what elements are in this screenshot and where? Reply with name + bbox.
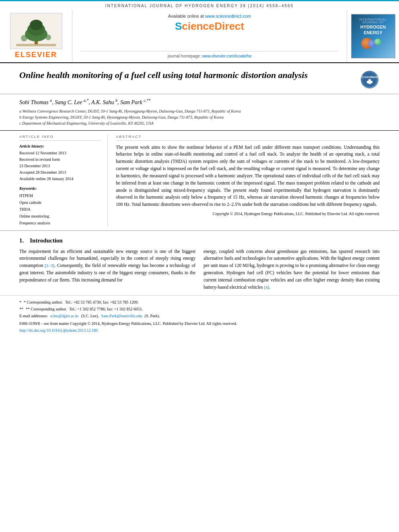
article-title-section: Online health monitoring of a fuel cell … bbox=[0, 63, 399, 94]
svg-rect-11 bbox=[367, 81, 372, 83]
corresponding-2-contact: Tel.: +1 502 852 7786; fax: +1 502 852 6… bbox=[69, 306, 143, 312]
crossmark-badge[interactable]: CrossMark bbox=[360, 70, 380, 90]
intro-right-text: energy, coupled with concerns about gree… bbox=[204, 248, 380, 291]
footer-corresponding-2: ** ** Corresponding author. Tel.: +1 502… bbox=[19, 306, 380, 312]
author-3: A.K. Sahu b bbox=[91, 99, 117, 105]
abstract-header: ABSTRACT bbox=[116, 135, 380, 141]
article-info-abstract-section: ARTICLE INFO Article history: Received 1… bbox=[0, 130, 399, 230]
journal-cover-subtitle: International Journal of bbox=[352, 18, 395, 24]
article-info-header: ARTICLE INFO bbox=[19, 135, 101, 141]
affiliation-a: a Wellness Convergence Research Center, … bbox=[19, 108, 380, 114]
crossmark-icon: CrossMark bbox=[361, 71, 378, 88]
journal-cover-area: International Journal of HYDROGEN ENERGY bbox=[347, 10, 399, 62]
elsevier-tree-image bbox=[10, 13, 62, 49]
asterisk-1: * bbox=[19, 299, 21, 306]
article-title: Online health monitoring of a fuel cell … bbox=[19, 70, 352, 81]
journal-homepage: journal homepage: www.elsevier.com/locat… bbox=[80, 51, 339, 58]
intro-left-col: The requirement for an efficient and sus… bbox=[19, 248, 195, 291]
history-label: Article history: bbox=[19, 144, 101, 148]
received-date: Received 12 November 2013 bbox=[19, 150, 101, 156]
affiliation-b: b Energy Systems Engineering, DGIST, 50-… bbox=[19, 114, 380, 120]
doi-link[interactable]: http://dx.doi.org/10.1016/j.ijhydene.201… bbox=[19, 328, 98, 333]
author-2: Sang C. Lee a,* bbox=[55, 99, 88, 105]
intro-right-col: energy, coupled with concerns about gree… bbox=[204, 248, 380, 291]
svg-text:CrossMark: CrossMark bbox=[362, 75, 378, 79]
email-1-name: (S.C. Lee), bbox=[81, 312, 99, 319]
svg-rect-7 bbox=[16, 44, 56, 46]
keyword-frequency-analysis: Frequency analysis bbox=[19, 220, 101, 226]
accepted-date: Accepted 28 December 2013 bbox=[19, 169, 101, 176]
author-1: Sobi Thomas a bbox=[19, 99, 52, 105]
journal-cover-image: International Journal of HYDROGEN ENERGY bbox=[351, 14, 395, 58]
footer-section: * * Corresponding author. Tel.: +82 53 7… bbox=[0, 295, 399, 337]
authors-section: Sobi Thomas a, Sang C. Lee a,*, A.K. Sah… bbox=[0, 94, 399, 130]
ref-link-1-3[interactable]: [1–3] bbox=[45, 263, 54, 268]
email-1-link[interactable]: sclee@dgist.ac.kr bbox=[50, 312, 79, 319]
abstract-col: ABSTRACT The present work aims to show t… bbox=[116, 135, 380, 226]
author-4: Sam Park c,** bbox=[120, 99, 150, 105]
asterisk-2: ** bbox=[19, 306, 23, 312]
corresponding-2-label: ** Corresponding author. bbox=[26, 306, 67, 312]
intro-two-col: The requirement for an efficient and sus… bbox=[19, 248, 380, 291]
footer-corresponding-1: * * Corresponding author. Tel.: +82 53 7… bbox=[19, 299, 380, 306]
footer-emails: E-mail addresses: sclee@dgist.ac.kr (S.C… bbox=[19, 312, 380, 319]
email-2-name: (S. Park). bbox=[145, 312, 160, 319]
journal-bar-text: INTERNATIONAL JOURNAL OF HYDROGEN ENERGY… bbox=[105, 4, 294, 8]
intro-left-text: The requirement for an efficient and sus… bbox=[19, 248, 195, 284]
sciencedirect-logo: ScienceDirect bbox=[80, 20, 339, 33]
journal-cover-title: HYDROGEN ENERGY bbox=[352, 25, 395, 35]
doi-line: http://dx.doi.org/10.1016/j.ijhydene.201… bbox=[19, 327, 380, 334]
available-online-text: Available online at www.sciencedirect.co… bbox=[80, 14, 339, 18]
keyword-thda: THDA bbox=[19, 206, 101, 213]
affiliation-c: c Department of Mechanical Engineering, … bbox=[19, 120, 380, 126]
svg-point-5 bbox=[21, 35, 27, 41]
svg-point-6 bbox=[45, 35, 51, 40]
copyright-line: Copyright © 2014, Hydrogen Energy Public… bbox=[116, 212, 380, 216]
keyword-open-cathode: Open cathode bbox=[19, 199, 101, 206]
elsevier-logo-area: ELSEVIER bbox=[0, 10, 72, 62]
keywords-label: Keywords: bbox=[19, 186, 101, 191]
received-revised-label: Received in revised form bbox=[19, 156, 101, 163]
affiliations: a Wellness Convergence Research Center, … bbox=[19, 108, 380, 126]
introduction-section: 1. Introduction The requirement for an e… bbox=[0, 230, 399, 295]
email-2-link[interactable]: Sam.Park@louisville.edu bbox=[101, 312, 142, 319]
license-line: 0360-3199/$ – see front matter Copyright… bbox=[19, 320, 380, 327]
ref-link-4[interactable]: [4] bbox=[264, 285, 269, 290]
svg-point-4 bbox=[30, 20, 43, 30]
keyword-htpem: HTPEM bbox=[19, 192, 101, 199]
elsevier-wordmark: ELSEVIER bbox=[15, 51, 57, 59]
corresponding-1-contact: Tel.: +82 53 785 4730; fax: +82 53 785 1… bbox=[65, 299, 139, 306]
article-info-col: ARTICLE INFO Article history: Received 1… bbox=[19, 135, 108, 226]
corresponding-1-label: * Corresponding author. bbox=[24, 299, 63, 306]
available-online-date: Available online 28 January 2014 bbox=[19, 176, 101, 182]
sciencedirect-url-link[interactable]: www.sciencedirect.com bbox=[205, 14, 251, 18]
intro-title: 1. Introduction bbox=[19, 237, 380, 244]
keyword-online-monitoring: Online monitoring bbox=[19, 213, 101, 220]
header-area: ELSEVIER Available online at www.science… bbox=[0, 10, 399, 63]
header-center: Available online at www.sciencedirect.co… bbox=[72, 10, 347, 62]
received-revised-date: 23 December 2013 bbox=[19, 163, 101, 169]
authors-line: Sobi Thomas a, Sang C. Lee a,*, A.K. Sah… bbox=[19, 98, 380, 106]
journal-bar: INTERNATIONAL JOURNAL OF HYDROGEN ENERGY… bbox=[0, 0, 399, 10]
abstract-text: The present work aims to show the nonlin… bbox=[116, 144, 380, 208]
email-prefix: E-mail addresses: bbox=[19, 312, 48, 319]
elsevier-logo: ELSEVIER bbox=[3, 13, 69, 59]
